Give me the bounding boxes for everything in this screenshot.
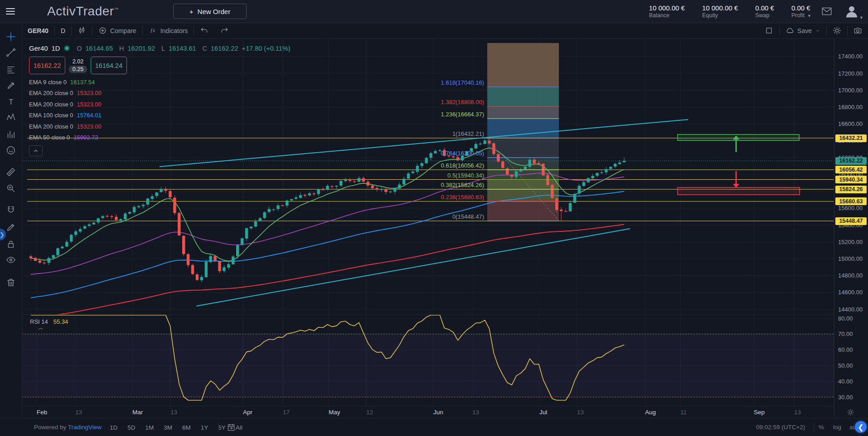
compare-label: Compare <box>110 27 136 34</box>
time-axis-label: 13 <box>577 409 584 416</box>
undo-button[interactable] <box>194 23 214 38</box>
price-axis-label: 17000.00 <box>838 87 863 94</box>
buy-button[interactable]: 16164.24 <box>91 57 127 74</box>
save-label: Save <box>797 27 812 34</box>
circle-plus-icon <box>98 26 107 35</box>
indicators-button[interactable]: ƒx Indicators <box>143 23 194 38</box>
time-axis-label: 13 <box>170 409 177 416</box>
time-axis-label: May <box>329 409 340 416</box>
range-button-1d[interactable]: 1D <box>107 423 120 432</box>
price-level-badge[interactable]: 15448.47 <box>835 217 867 225</box>
price-axis-label: 15200.00 <box>838 239 863 245</box>
tool-magnet[interactable] <box>6 206 16 216</box>
axis-settings-icon[interactable] <box>847 408 855 417</box>
tool-lock[interactable] <box>6 239 16 249</box>
fib-level-label: 0(15448.47) <box>452 213 484 220</box>
tool-eye[interactable] <box>6 255 16 265</box>
ema-label: EMA 200 close 0 <box>29 123 73 130</box>
time-axis-label: Sep <box>754 409 765 416</box>
menu-icon[interactable] <box>0 0 21 23</box>
log-scale-button[interactable]: log <box>833 424 841 431</box>
range-button-1m[interactable]: 1M <box>143 423 157 432</box>
percent-scale-button[interactable]: % <box>819 424 824 431</box>
ema-legend-row[interactable]: EMA 200 close 015323.00 <box>29 101 290 108</box>
price-level-badge[interactable]: 16432.21 <box>835 134 867 142</box>
price-level-badge[interactable]: 15680.63 <box>835 197 867 205</box>
tool-crosshair[interactable] <box>6 32 16 42</box>
tool-zoom-in[interactable] <box>6 183 16 193</box>
range-button-1y[interactable]: 1Y <box>198 423 211 432</box>
symbol-legend-row[interactable]: Ger40 1D O16144.65 H16201.92 L16143.61 C… <box>29 44 290 52</box>
date-range-buttons: 1D5D1M3M6M1Y5YAll <box>107 418 245 436</box>
tool-pencil[interactable] <box>6 222 16 232</box>
ema-value: 15764.01 <box>77 112 102 119</box>
open-label: O <box>77 45 82 52</box>
rsi-legend[interactable]: RSI 14 55.34 <box>30 318 68 325</box>
range-button-5d[interactable]: 5D <box>125 423 138 432</box>
collapse-panel-button[interactable]: ❮ <box>855 421 867 433</box>
range-button-3m[interactable]: 3M <box>161 423 175 432</box>
stat-label: Equity <box>702 12 738 19</box>
red-zone-box[interactable] <box>678 187 800 195</box>
ema-legend-row[interactable]: EMA 200 close 015323.00 <box>29 90 290 96</box>
chart-type-button[interactable] <box>72 23 92 38</box>
time-axis-label: Jun <box>433 409 443 416</box>
market-status-icon <box>63 45 70 52</box>
ema-legend-row[interactable]: EMA 200 close 015323.00 <box>29 123 290 130</box>
chevron-right-icon: ❯ <box>0 231 5 238</box>
indicator-legend: EMA 9 close 016137.54EMA 200 close 01532… <box>29 79 290 141</box>
chart-settings-button[interactable] <box>827 23 847 38</box>
spread-panel: 2.02 0.25 <box>69 58 87 73</box>
tool-xabcd-pattern[interactable] <box>6 112 16 122</box>
caret-down-icon[interactable]: ▼ <box>807 14 811 18</box>
tool-forecast[interactable] <box>6 129 16 139</box>
symbol-selector[interactable]: GER40 <box>22 23 54 38</box>
tradingview-link[interactable]: TradingView <box>68 424 102 431</box>
interval-selector[interactable]: D <box>55 23 71 38</box>
chart-legend: Ger40 1D O16144.65 H16201.92 L16143.61 C… <box>29 44 290 156</box>
price-level-badge[interactable]: 15824.26 <box>835 186 867 193</box>
mail-icon[interactable] <box>821 5 833 17</box>
stat-value: 0.00 € <box>755 4 774 12</box>
go-to-date-icon[interactable] <box>227 423 236 432</box>
compare-button[interactable]: Compare <box>92 23 142 38</box>
tool-measure[interactable] <box>6 167 16 177</box>
layout-select-button[interactable] <box>759 23 779 38</box>
range-button-6m[interactable]: 6M <box>179 423 194 432</box>
green-zone-box[interactable] <box>678 134 799 140</box>
tool-trend-line[interactable] <box>6 48 16 57</box>
time-axis-label: Jul <box>539 409 547 416</box>
price-axis[interactable]: 17400.0017200.0017000.0016800.0016600.00… <box>834 38 868 418</box>
stat-label: Profit▼ <box>791 12 811 19</box>
redo-button[interactable] <box>214 23 235 38</box>
legend-symbol: Ger40 <box>29 44 48 52</box>
interval-label: D <box>61 27 65 34</box>
ema-legend-row[interactable]: EMA 9 close 016137.54 <box>29 79 290 86</box>
tool-text[interactable]: T <box>6 97 16 107</box>
screenshot-button[interactable] <box>848 23 868 38</box>
current-price-badge[interactable]: 16162.22 <box>835 157 867 165</box>
clock[interactable]: 09:02:59 (UTC+2) <box>756 424 805 431</box>
fib-level-label: 1.382(16808.00) <box>441 99 484 105</box>
avatar[interactable] <box>844 3 860 19</box>
sell-button[interactable]: 16162.22 <box>29 57 65 74</box>
fib-level-label: 0.5(15940.34) <box>447 172 484 179</box>
ema-legend-row[interactable]: EMA 100 close 015764.01 <box>29 112 290 119</box>
ema-legend-row[interactable]: EMA 50 close 015992.72 <box>29 134 290 141</box>
time-axis-label: Apr <box>243 409 252 416</box>
save-layout-button[interactable]: Save <box>780 23 826 38</box>
price-axis-label: 17200.00 <box>838 70 863 77</box>
new-order-button[interactable]: + New Order <box>173 4 247 19</box>
tool-brush[interactable] <box>6 81 16 91</box>
price-level-badge[interactable]: 16056.42 <box>835 166 867 173</box>
legend-collapse-button[interactable] <box>29 145 43 156</box>
price-level-badge[interactable]: 15940.34 <box>835 176 867 183</box>
tool-fib-retracement[interactable] <box>6 65 16 75</box>
rsi-collapse-icon[interactable]: ︿ <box>38 324 44 332</box>
stat-profit[interactable]: 0.00 €Profit▼ <box>791 4 811 19</box>
tool-emoji[interactable] <box>6 145 16 155</box>
tool-trash[interactable] <box>6 278 16 287</box>
price-axis-label: 16600.00 <box>838 120 863 127</box>
lot-size-value[interactable]: 0.25 <box>69 66 87 73</box>
fib-level-label: 1.618(17040.16) <box>441 79 484 86</box>
